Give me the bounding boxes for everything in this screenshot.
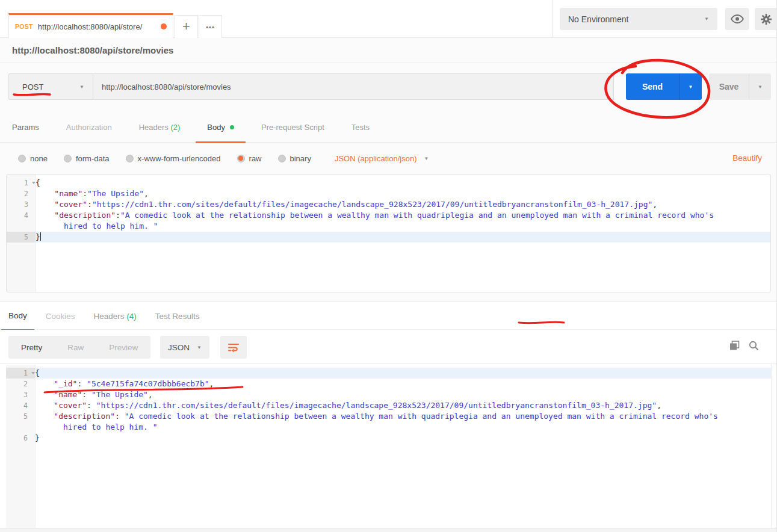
code-text: } xyxy=(35,433,771,444)
code-text: } xyxy=(36,232,770,243)
tab-url-label: http://localhost:8080/api/store/ xyxy=(38,22,157,31)
tab-tests[interactable]: Tests xyxy=(351,123,370,132)
code-text: hired to help him. " xyxy=(36,221,770,232)
code-line[interactable]: 3 "cover":"https://cdn1.thr.com/sites/de… xyxy=(7,199,770,210)
body-mode-form-data[interactable]: form-data xyxy=(64,154,110,163)
scrollbar-track[interactable] xyxy=(771,363,772,528)
environment-quick-look-button[interactable] xyxy=(725,8,749,30)
body-mode-x-www-form-urlencoded[interactable]: x-www-form-urlencoded xyxy=(126,154,221,163)
search-response-button[interactable] xyxy=(749,341,762,354)
tab-body[interactable]: Body xyxy=(196,112,246,143)
code-line[interactable]: 5} xyxy=(7,232,770,243)
code-line[interactable]: 2 "name":"The Upside", xyxy=(7,188,770,199)
code-text: "description":"A comedic look at the rel… xyxy=(36,210,770,221)
tab-response-body[interactable]: Body xyxy=(1,302,34,330)
body-mode-binary[interactable]: binary xyxy=(278,154,311,163)
request-tab[interactable]: POST http://localhost:8080/api/store/ xyxy=(8,13,173,38)
view-pretty[interactable]: Pretty xyxy=(8,343,55,352)
response-format-select[interactable]: JSON ▼ xyxy=(160,336,209,359)
body-mode-label: form-data xyxy=(76,154,110,163)
fold-caret-icon[interactable] xyxy=(32,182,36,184)
wrap-text-button[interactable] xyxy=(220,336,247,359)
request-tabs-row: Params Authorization Headers (2) Body Pr… xyxy=(0,112,777,143)
settings-button[interactable] xyxy=(755,8,777,30)
code-line[interactable]: 2 "_id": "5c4e715fa74c07dbbb6ecb7b", xyxy=(6,379,771,389)
request-body-editor[interactable]: 1{2 "name":"The Upside",3 "cover":"https… xyxy=(6,174,771,292)
code-line[interactable]: 4 "cover": "https://cdn1.thr.com/sites/d… xyxy=(6,400,771,411)
tab-params[interactable]: Params xyxy=(12,123,39,132)
save-button[interactable]: Save xyxy=(709,73,749,100)
line-number xyxy=(7,221,36,232)
method-label: POST xyxy=(22,82,43,91)
environment-select[interactable]: No Environment ▼ xyxy=(560,8,717,30)
code-line[interactable]: 6} xyxy=(6,433,771,444)
code-text: "name":"The Upside", xyxy=(36,188,770,199)
code-line[interactable]: 1{ xyxy=(7,178,770,188)
radio-icon xyxy=(18,155,26,162)
view-raw[interactable]: Raw xyxy=(55,343,96,352)
fold-caret-icon[interactable] xyxy=(31,372,35,374)
code-line[interactable]: 5 "description": "A comedic look at the … xyxy=(6,411,771,422)
new-tab-button[interactable]: + xyxy=(175,15,198,38)
radio-icon xyxy=(64,155,72,162)
radio-icon xyxy=(278,155,286,162)
code-text: "description": "A comedic look at the re… xyxy=(35,411,771,422)
body-mode-options: noneform-datax-www-form-urlencodedrawbin… xyxy=(18,143,429,174)
code-text: "cover":"https://cdn1.thr.com/sites/defa… xyxy=(36,199,770,210)
code-line[interactable]: hired to help him. " xyxy=(7,221,770,232)
response-body-editor[interactable]: 1{2 "_id": "5c4e715fa74c07dbbb6ecb7b",3 … xyxy=(6,365,771,528)
response-tabs-row: Body Cookies Headers (4) Test Results St… xyxy=(0,301,777,330)
app-header: POST http://localhost:8080/api/store/ + … xyxy=(0,0,777,38)
url-input[interactable] xyxy=(93,73,614,100)
wrap-text-icon xyxy=(228,342,240,353)
send-button[interactable]: Send xyxy=(626,73,679,100)
chevron-down-icon: ▼ xyxy=(79,84,84,90)
body-mode-raw[interactable]: raw xyxy=(237,154,262,163)
copy-response-button[interactable] xyxy=(729,341,743,354)
content-type-select[interactable]: JSON (application/json)▼ xyxy=(335,154,429,163)
code-text: "name": "The Upside", xyxy=(35,389,771,400)
code-text: { xyxy=(36,178,770,188)
code-text: "_id": "5c4e715fa74c07dbbb6ecb7b", xyxy=(35,379,771,389)
tab-headers[interactable]: Headers (2) xyxy=(139,123,181,132)
eye-icon xyxy=(731,14,744,23)
tab-response-cookies[interactable]: Cookies xyxy=(46,312,75,321)
line-number: 5 xyxy=(6,411,35,422)
code-line[interactable]: 1{ xyxy=(6,368,771,379)
code-text: hired to help him. " xyxy=(35,422,771,433)
line-number: 3 xyxy=(6,389,35,400)
tab-pre-request-script[interactable]: Pre-request Script xyxy=(261,123,324,132)
beautify-link[interactable]: Beautify xyxy=(732,143,762,174)
response-view-switcher: Pretty Raw Preview xyxy=(8,336,150,359)
send-options-button[interactable]: ▼ xyxy=(679,73,702,100)
body-mode-label: x-www-form-urlencoded xyxy=(138,154,221,163)
save-button-group: Save ▼ xyxy=(709,73,771,100)
code-line[interactable]: 4 "description":"A comedic look at the r… xyxy=(7,210,770,221)
radio-icon xyxy=(237,155,245,162)
ellipsis-icon: ••• xyxy=(206,23,215,31)
code-line[interactable]: hired to help him. " xyxy=(6,422,771,433)
chevron-down-icon: ▼ xyxy=(689,84,693,90)
text-cursor xyxy=(40,232,41,241)
more-tabs-button[interactable]: ••• xyxy=(199,15,222,38)
body-mode-none[interactable]: none xyxy=(18,154,48,163)
header-divider xyxy=(553,0,553,37)
content-type-label: JSON (application/json) xyxy=(335,154,417,163)
line-number: 2 xyxy=(7,188,36,199)
code-line[interactable]: 3 "name": "The Upside", xyxy=(6,389,771,400)
method-select[interactable]: POST ▼ xyxy=(8,73,93,100)
chevron-down-icon: ▼ xyxy=(424,156,429,161)
send-button-group: Send ▼ xyxy=(626,73,702,100)
body-mode-label: none xyxy=(30,154,48,163)
tab-test-results[interactable]: Test Results xyxy=(155,312,200,321)
line-number: 4 xyxy=(6,400,35,411)
copy-icon xyxy=(729,341,740,351)
response-headers-count-badge: (4) xyxy=(126,312,137,321)
code-text: { xyxy=(35,368,771,379)
line-number: 6 xyxy=(6,433,35,444)
save-options-button[interactable]: ▼ xyxy=(749,73,771,100)
view-preview[interactable]: Preview xyxy=(96,343,150,352)
environment-label: No Environment xyxy=(568,14,628,24)
tab-authorization[interactable]: Authorization xyxy=(66,123,112,132)
tab-response-headers[interactable]: Headers (4) xyxy=(94,312,137,321)
